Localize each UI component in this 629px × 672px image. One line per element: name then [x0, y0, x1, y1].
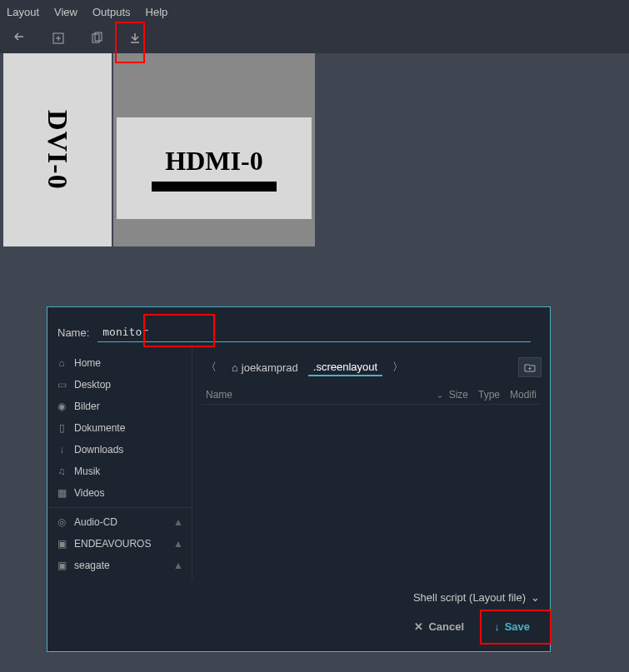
cancel-label: Cancel — [428, 620, 464, 633]
cancel-button[interactable]: ✕Cancel — [404, 615, 474, 638]
camera-icon: ◉ — [56, 401, 67, 412]
menu-help[interactable]: Help — [146, 6, 168, 18]
col-size[interactable]: Size — [444, 389, 473, 401]
sidebar-item-label: ENDEAVOUROS — [74, 538, 151, 550]
format-selector[interactable]: Shell script (Layout file) ⌄ — [57, 586, 540, 615]
name-label: Name: — [57, 326, 89, 339]
sidebar-item-dokumente[interactable]: ▯Dokumente — [47, 417, 192, 439]
display-canvas[interactable]: DVI-0 HDMI-0 — [0, 53, 629, 286]
close-icon: ✕ — [414, 620, 423, 633]
col-type[interactable]: Type — [473, 389, 505, 401]
crumb-screenlayout[interactable]: .screenlayout — [308, 359, 382, 376]
folder-icon: ▭ — [56, 379, 67, 391]
add-icon[interactable] — [48, 28, 68, 48]
apply-icon[interactable] — [10, 28, 30, 48]
sidebar-item-label: Bilder — [74, 401, 100, 412]
sidebar-item-label: Dokumente — [74, 422, 125, 434]
sidebar-item-desktop[interactable]: ▭Desktop — [47, 374, 192, 396]
save-label: Save — [505, 620, 530, 633]
sidebar-item-label: Musik — [74, 465, 100, 477]
crumb-home[interactable]: ⌂joekamprad — [227, 360, 303, 376]
filename-input[interactable] — [97, 322, 531, 342]
monitor-hdmi0[interactable]: HDMI-0 — [113, 53, 315, 246]
forward-icon[interactable]: 〉 — [387, 360, 408, 375]
new-folder-button[interactable] — [518, 357, 542, 377]
sidebar-item-audiocd[interactable]: ◎Audio-CD▲ — [47, 511, 192, 533]
sidebar-item-seagate[interactable]: ▣seagate▲ — [47, 555, 192, 576]
sidebar-item-label: Videos — [74, 487, 104, 499]
file-list-header: Name ⌄ Size Type Modifi — [201, 386, 542, 405]
save-layout-icon[interactable] — [125, 28, 145, 48]
sidebar-item-bilder[interactable]: ◉Bilder — [47, 396, 192, 417]
video-icon: ▦ — [56, 487, 67, 499]
drive-icon: ▣ — [56, 560, 67, 571]
music-icon: ♫ — [56, 465, 67, 477]
save-button[interactable]: ↓Save — [484, 615, 540, 638]
copy-icon[interactable] — [87, 28, 107, 48]
menu-view[interactable]: View — [54, 6, 77, 18]
file-area: 〈 ⌂joekamprad .screenlayout 〉 Name ⌄ Siz… — [192, 347, 550, 580]
home-icon: ⌂ — [232, 361, 238, 374]
sidebar-item-label: Audio-CD — [74, 516, 117, 528]
document-icon: ▯ — [56, 422, 67, 434]
eject-icon[interactable]: ▲ — [173, 560, 183, 571]
monitor-dvi0[interactable]: DVI-0 — [3, 53, 112, 246]
eject-icon[interactable]: ▲ — [173, 538, 183, 550]
download-icon: ↓ — [56, 444, 67, 455]
sidebar-item-label: seagate — [74, 560, 110, 571]
sidebar-item-videos[interactable]: ▦Videos — [47, 482, 192, 504]
crumb-label: joekamprad — [242, 361, 298, 374]
sidebar-item-downloads[interactable]: ↓Downloads — [47, 439, 192, 460]
col-modified[interactable]: Modifi — [505, 389, 542, 401]
format-label: Shell script (Layout file) — [413, 591, 526, 604]
menu-outputs[interactable]: Outputs — [92, 6, 131, 18]
toolbar — [0, 23, 629, 53]
sidebar-item-musik[interactable]: ♫Musik — [47, 460, 192, 482]
places-sidebar: ⌂Home ▭Desktop ◉Bilder ▯Dokumente ↓Downl… — [47, 347, 192, 580]
home-icon: ⌂ — [56, 357, 67, 369]
breadcrumb: 〈 ⌂joekamprad .screenlayout 〉 — [201, 352, 542, 386]
chevron-down-icon: ⌄ — [531, 591, 540, 604]
sort-icon[interactable]: ⌄ — [436, 389, 444, 401]
sidebar-item-label: Downloads — [74, 444, 123, 455]
menubar: Layout View Outputs Help — [0, 0, 629, 23]
monitor-hdmi0-label: HDMI-0 — [165, 146, 262, 177]
disc-icon: ◎ — [56, 516, 67, 528]
monitor-hdmi0-bar — [152, 182, 277, 192]
monitor-dvi0-label: DVI-0 — [42, 110, 73, 190]
back-icon[interactable]: 〈 — [201, 360, 222, 375]
menu-layout[interactable]: Layout — [7, 6, 39, 18]
sidebar-item-label: Home — [74, 357, 101, 369]
sidebar-item-label: Desktop — [74, 379, 111, 391]
eject-icon[interactable]: ▲ — [173, 516, 183, 528]
save-icon: ↓ — [494, 620, 500, 633]
sidebar-item-home[interactable]: ⌂Home — [47, 352, 192, 374]
sidebar-item-endeavouros[interactable]: ▣ENDEAVOUROS▲ — [47, 533, 192, 555]
drive-icon: ▣ — [56, 538, 67, 550]
col-name[interactable]: Name — [201, 389, 436, 401]
save-dialog: Name: ⌂Home ▭Desktop ◉Bilder ▯Dokumente … — [47, 306, 551, 652]
